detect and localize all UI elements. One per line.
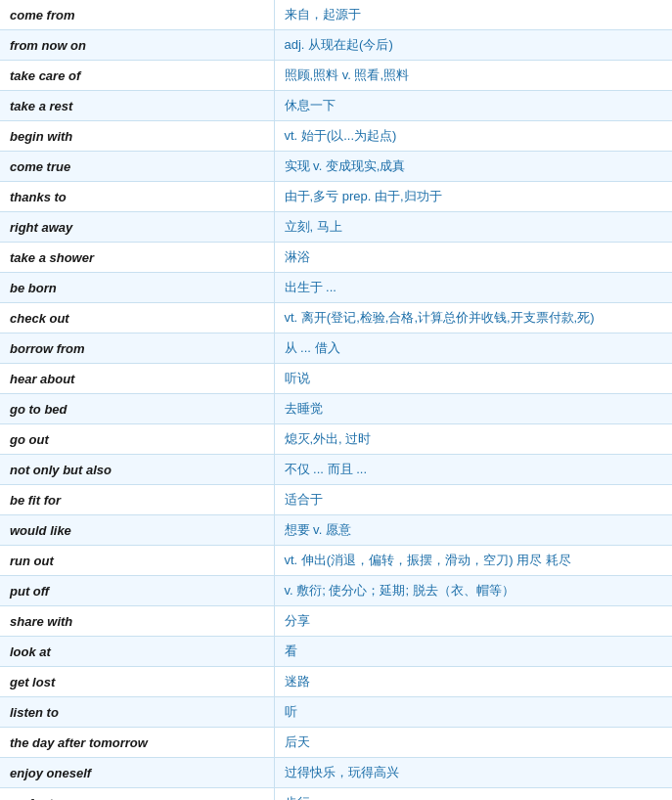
table-row: take care of照顾,照料 v. 照看,照料 <box>0 61 672 91</box>
definition-cell: 想要 v. 愿意 <box>274 515 672 546</box>
definition-cell: 过得快乐，玩得高兴 <box>274 758 672 788</box>
definition-cell: adj. 从现在起(今后) <box>274 30 672 61</box>
definition-cell: 步行 <box>274 788 672 801</box>
definition-cell: 看 <box>274 637 672 667</box>
phrase-cell: would like <box>0 515 274 546</box>
table-row: right away立刻, 马上 <box>0 212 672 243</box>
table-row: go to bed去睡觉 <box>0 394 672 424</box>
table-row: look at看 <box>0 637 672 667</box>
phrase-cell: right away <box>0 212 274 243</box>
definition-cell: 迷路 <box>274 667 672 697</box>
table-row: not only but also不仅 ... 而且 ... <box>0 455 672 485</box>
definition-cell: 不仅 ... 而且 ... <box>274 455 672 485</box>
definition-cell: 后天 <box>274 728 672 758</box>
phrase-cell: come from <box>0 0 274 30</box>
phrase-cell: take a shower <box>0 243 274 273</box>
definition-cell: 立刻, 马上 <box>274 212 672 243</box>
phrase-cell: share with <box>0 606 274 637</box>
definition-cell: 去睡觉 <box>274 394 672 424</box>
definition-cell: 实现 v. 变成现实,成真 <box>274 152 672 182</box>
definition-cell: vt. 始于(以...为起点) <box>274 121 672 152</box>
table-row: the day after tomorrow后天 <box>0 728 672 758</box>
table-row: listen to听 <box>0 697 672 728</box>
table-row: borrow from从 ... 借入 <box>0 333 672 364</box>
phrase-cell: not only but also <box>0 455 274 485</box>
definition-cell: 熄灭,外出, 过时 <box>274 424 672 455</box>
phrase-cell: listen to <box>0 697 274 728</box>
table-row: would like想要 v. 愿意 <box>0 515 672 546</box>
phrase-cell: on foot <box>0 788 274 801</box>
table-row: get lost迷路 <box>0 667 672 697</box>
phrase-cell: be fit for <box>0 485 274 515</box>
table-row: check outvt. 离开(登记,检验,合格,计算总价并收钱,开支票付款,死… <box>0 303 672 333</box>
table-row: share with分享 <box>0 606 672 637</box>
definition-cell: vt. 离开(登记,检验,合格,计算总价并收钱,开支票付款,死) <box>274 303 672 333</box>
table-row: take a rest休息一下 <box>0 91 672 121</box>
definition-cell: 休息一下 <box>274 91 672 121</box>
definition-cell: 出生于 ... <box>274 273 672 303</box>
phrase-cell: hear about <box>0 364 274 394</box>
table-row: come from来自，起源于 <box>0 0 672 30</box>
phrase-cell: put off <box>0 576 274 606</box>
definition-cell: 由于,多亏 prep. 由于,归功于 <box>274 182 672 212</box>
table-row: put offv. 敷衍; 使分心；延期; 脱去（衣、帽等） <box>0 576 672 606</box>
phrase-cell: from now on <box>0 30 274 61</box>
table-row: hear about听说 <box>0 364 672 394</box>
definition-cell: 听说 <box>274 364 672 394</box>
phrase-cell: begin with <box>0 121 274 152</box>
definition-cell: v. 敷衍; 使分心；延期; 脱去（衣、帽等） <box>274 576 672 606</box>
table-row: enjoy oneself过得快乐，玩得高兴 <box>0 758 672 788</box>
table-row: come true实现 v. 变成现实,成真 <box>0 152 672 182</box>
table-row: from now onadj. 从现在起(今后) <box>0 30 672 61</box>
definition-cell: vt. 伸出(消退，偏转，振摆，滑动，空刀) 用尽 耗尽 <box>274 546 672 576</box>
phrase-cell: go to bed <box>0 394 274 424</box>
table-row: be fit for适合于 <box>0 485 672 515</box>
phrase-cell: look at <box>0 637 274 667</box>
vocabulary-table: come from来自，起源于from now onadj. 从现在起(今后)t… <box>0 0 672 800</box>
table-row: thanks to由于,多亏 prep. 由于,归功于 <box>0 182 672 212</box>
phrase-cell: enjoy oneself <box>0 758 274 788</box>
table-row: go out熄灭,外出, 过时 <box>0 424 672 455</box>
phrase-cell: get lost <box>0 667 274 697</box>
table-row: run outvt. 伸出(消退，偏转，振摆，滑动，空刀) 用尽 耗尽 <box>0 546 672 576</box>
definition-cell: 照顾,照料 v. 照看,照料 <box>274 61 672 91</box>
definition-cell: 适合于 <box>274 485 672 515</box>
phrase-cell: take a rest <box>0 91 274 121</box>
phrase-cell: thanks to <box>0 182 274 212</box>
table-row: be born出生于 ... <box>0 273 672 303</box>
phrase-cell: go out <box>0 424 274 455</box>
phrase-cell: check out <box>0 303 274 333</box>
definition-cell: 来自，起源于 <box>274 0 672 30</box>
phrase-cell: borrow from <box>0 333 274 364</box>
definition-cell: 听 <box>274 697 672 728</box>
table-row: on foot步行 <box>0 788 672 801</box>
definition-cell: 淋浴 <box>274 243 672 273</box>
table-row: take a shower淋浴 <box>0 243 672 273</box>
definition-cell: 从 ... 借入 <box>274 333 672 364</box>
phrase-cell: take care of <box>0 61 274 91</box>
phrase-cell: the day after tomorrow <box>0 728 274 758</box>
phrase-cell: come true <box>0 152 274 182</box>
table-row: begin withvt. 始于(以...为起点) <box>0 121 672 152</box>
phrase-cell: run out <box>0 546 274 576</box>
phrase-cell: be born <box>0 273 274 303</box>
definition-cell: 分享 <box>274 606 672 637</box>
